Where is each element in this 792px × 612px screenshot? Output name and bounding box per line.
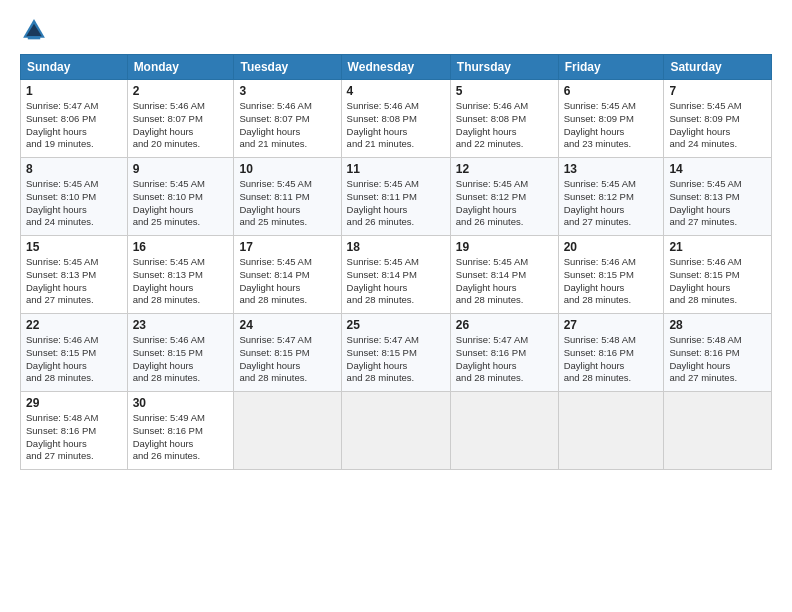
day-number: 24 bbox=[239, 318, 335, 332]
day-info: Sunrise: 5:46 AMSunset: 8:07 PMDaylight … bbox=[133, 100, 229, 151]
calendar-cell: 9 Sunrise: 5:45 AMSunset: 8:10 PMDayligh… bbox=[127, 158, 234, 236]
day-number: 26 bbox=[456, 318, 553, 332]
week-row-3: 15 Sunrise: 5:45 AMSunset: 8:13 PMDaylig… bbox=[21, 236, 772, 314]
calendar-cell: 25 Sunrise: 5:47 AMSunset: 8:15 PMDaylig… bbox=[341, 314, 450, 392]
calendar-cell: 6 Sunrise: 5:45 AMSunset: 8:09 PMDayligh… bbox=[558, 80, 664, 158]
day-info: Sunrise: 5:45 AMSunset: 8:09 PMDaylight … bbox=[564, 100, 659, 151]
day-info: Sunrise: 5:45 AMSunset: 8:14 PMDaylight … bbox=[347, 256, 445, 307]
day-number: 19 bbox=[456, 240, 553, 254]
day-info: Sunrise: 5:45 AMSunset: 8:10 PMDaylight … bbox=[26, 178, 122, 229]
day-number: 2 bbox=[133, 84, 229, 98]
day-info: Sunrise: 5:45 AMSunset: 8:09 PMDaylight … bbox=[669, 100, 766, 151]
day-number: 12 bbox=[456, 162, 553, 176]
weekday-header-saturday: Saturday bbox=[664, 55, 772, 80]
calendar-cell: 22 Sunrise: 5:46 AMSunset: 8:15 PMDaylig… bbox=[21, 314, 128, 392]
page: SundayMondayTuesdayWednesdayThursdayFrid… bbox=[0, 0, 792, 612]
day-number: 29 bbox=[26, 396, 122, 410]
day-info: Sunrise: 5:46 AMSunset: 8:15 PMDaylight … bbox=[133, 334, 229, 385]
day-number: 15 bbox=[26, 240, 122, 254]
day-number: 11 bbox=[347, 162, 445, 176]
day-number: 22 bbox=[26, 318, 122, 332]
day-number: 16 bbox=[133, 240, 229, 254]
day-info: Sunrise: 5:45 AMSunset: 8:13 PMDaylight … bbox=[133, 256, 229, 307]
day-info: Sunrise: 5:45 AMSunset: 8:11 PMDaylight … bbox=[239, 178, 335, 229]
day-info: Sunrise: 5:46 AMSunset: 8:08 PMDaylight … bbox=[347, 100, 445, 151]
calendar-cell bbox=[234, 392, 341, 470]
day-info: Sunrise: 5:47 AMSunset: 8:06 PMDaylight … bbox=[26, 100, 122, 151]
calendar-table: SundayMondayTuesdayWednesdayThursdayFrid… bbox=[20, 54, 772, 470]
day-info: Sunrise: 5:48 AMSunset: 8:16 PMDaylight … bbox=[564, 334, 659, 385]
calendar-cell: 15 Sunrise: 5:45 AMSunset: 8:13 PMDaylig… bbox=[21, 236, 128, 314]
day-number: 27 bbox=[564, 318, 659, 332]
day-number: 18 bbox=[347, 240, 445, 254]
weekday-header-friday: Friday bbox=[558, 55, 664, 80]
header bbox=[20, 16, 772, 44]
calendar-cell: 2 Sunrise: 5:46 AMSunset: 8:07 PMDayligh… bbox=[127, 80, 234, 158]
week-row-1: 1 Sunrise: 5:47 AMSunset: 8:06 PMDayligh… bbox=[21, 80, 772, 158]
calendar-cell: 20 Sunrise: 5:46 AMSunset: 8:15 PMDaylig… bbox=[558, 236, 664, 314]
day-number: 7 bbox=[669, 84, 766, 98]
calendar-cell bbox=[450, 392, 558, 470]
calendar-cell bbox=[341, 392, 450, 470]
calendar-cell: 5 Sunrise: 5:46 AMSunset: 8:08 PMDayligh… bbox=[450, 80, 558, 158]
calendar-cell: 19 Sunrise: 5:45 AMSunset: 8:14 PMDaylig… bbox=[450, 236, 558, 314]
day-info: Sunrise: 5:45 AMSunset: 8:11 PMDaylight … bbox=[347, 178, 445, 229]
day-number: 21 bbox=[669, 240, 766, 254]
day-number: 6 bbox=[564, 84, 659, 98]
calendar-cell: 11 Sunrise: 5:45 AMSunset: 8:11 PMDaylig… bbox=[341, 158, 450, 236]
day-number: 20 bbox=[564, 240, 659, 254]
week-row-5: 29 Sunrise: 5:48 AMSunset: 8:16 PMDaylig… bbox=[21, 392, 772, 470]
weekday-header-tuesday: Tuesday bbox=[234, 55, 341, 80]
calendar-cell: 23 Sunrise: 5:46 AMSunset: 8:15 PMDaylig… bbox=[127, 314, 234, 392]
calendar-cell bbox=[558, 392, 664, 470]
day-info: Sunrise: 5:49 AMSunset: 8:16 PMDaylight … bbox=[133, 412, 229, 463]
day-number: 25 bbox=[347, 318, 445, 332]
svg-rect-2 bbox=[28, 36, 40, 39]
calendar-cell: 18 Sunrise: 5:45 AMSunset: 8:14 PMDaylig… bbox=[341, 236, 450, 314]
calendar-cell: 17 Sunrise: 5:45 AMSunset: 8:14 PMDaylig… bbox=[234, 236, 341, 314]
calendar-cell: 13 Sunrise: 5:45 AMSunset: 8:12 PMDaylig… bbox=[558, 158, 664, 236]
calendar-cell: 29 Sunrise: 5:48 AMSunset: 8:16 PMDaylig… bbox=[21, 392, 128, 470]
calendar-cell: 16 Sunrise: 5:45 AMSunset: 8:13 PMDaylig… bbox=[127, 236, 234, 314]
day-number: 14 bbox=[669, 162, 766, 176]
day-number: 4 bbox=[347, 84, 445, 98]
day-info: Sunrise: 5:48 AMSunset: 8:16 PMDaylight … bbox=[26, 412, 122, 463]
weekday-header-row: SundayMondayTuesdayWednesdayThursdayFrid… bbox=[21, 55, 772, 80]
calendar-cell: 3 Sunrise: 5:46 AMSunset: 8:07 PMDayligh… bbox=[234, 80, 341, 158]
day-number: 9 bbox=[133, 162, 229, 176]
calendar-cell: 24 Sunrise: 5:47 AMSunset: 8:15 PMDaylig… bbox=[234, 314, 341, 392]
day-info: Sunrise: 5:47 AMSunset: 8:15 PMDaylight … bbox=[347, 334, 445, 385]
calendar-cell: 26 Sunrise: 5:47 AMSunset: 8:16 PMDaylig… bbox=[450, 314, 558, 392]
calendar-cell: 30 Sunrise: 5:49 AMSunset: 8:16 PMDaylig… bbox=[127, 392, 234, 470]
calendar-cell: 1 Sunrise: 5:47 AMSunset: 8:06 PMDayligh… bbox=[21, 80, 128, 158]
calendar-cell: 28 Sunrise: 5:48 AMSunset: 8:16 PMDaylig… bbox=[664, 314, 772, 392]
weekday-header-thursday: Thursday bbox=[450, 55, 558, 80]
day-info: Sunrise: 5:45 AMSunset: 8:13 PMDaylight … bbox=[669, 178, 766, 229]
day-number: 8 bbox=[26, 162, 122, 176]
calendar-cell: 4 Sunrise: 5:46 AMSunset: 8:08 PMDayligh… bbox=[341, 80, 450, 158]
day-info: Sunrise: 5:45 AMSunset: 8:12 PMDaylight … bbox=[456, 178, 553, 229]
day-info: Sunrise: 5:46 AMSunset: 8:15 PMDaylight … bbox=[564, 256, 659, 307]
week-row-4: 22 Sunrise: 5:46 AMSunset: 8:15 PMDaylig… bbox=[21, 314, 772, 392]
weekday-header-monday: Monday bbox=[127, 55, 234, 80]
calendar-cell: 8 Sunrise: 5:45 AMSunset: 8:10 PMDayligh… bbox=[21, 158, 128, 236]
calendar-cell: 12 Sunrise: 5:45 AMSunset: 8:12 PMDaylig… bbox=[450, 158, 558, 236]
day-info: Sunrise: 5:46 AMSunset: 8:08 PMDaylight … bbox=[456, 100, 553, 151]
day-number: 13 bbox=[564, 162, 659, 176]
day-info: Sunrise: 5:45 AMSunset: 8:14 PMDaylight … bbox=[456, 256, 553, 307]
day-info: Sunrise: 5:48 AMSunset: 8:16 PMDaylight … bbox=[669, 334, 766, 385]
day-info: Sunrise: 5:47 AMSunset: 8:16 PMDaylight … bbox=[456, 334, 553, 385]
day-info: Sunrise: 5:45 AMSunset: 8:14 PMDaylight … bbox=[239, 256, 335, 307]
day-number: 30 bbox=[133, 396, 229, 410]
day-number: 1 bbox=[26, 84, 122, 98]
logo bbox=[20, 16, 52, 44]
logo-icon bbox=[20, 16, 48, 44]
day-info: Sunrise: 5:45 AMSunset: 8:13 PMDaylight … bbox=[26, 256, 122, 307]
day-info: Sunrise: 5:45 AMSunset: 8:12 PMDaylight … bbox=[564, 178, 659, 229]
day-info: Sunrise: 5:46 AMSunset: 8:15 PMDaylight … bbox=[26, 334, 122, 385]
day-number: 10 bbox=[239, 162, 335, 176]
calendar-cell: 7 Sunrise: 5:45 AMSunset: 8:09 PMDayligh… bbox=[664, 80, 772, 158]
weekday-header-sunday: Sunday bbox=[21, 55, 128, 80]
day-number: 5 bbox=[456, 84, 553, 98]
day-number: 28 bbox=[669, 318, 766, 332]
